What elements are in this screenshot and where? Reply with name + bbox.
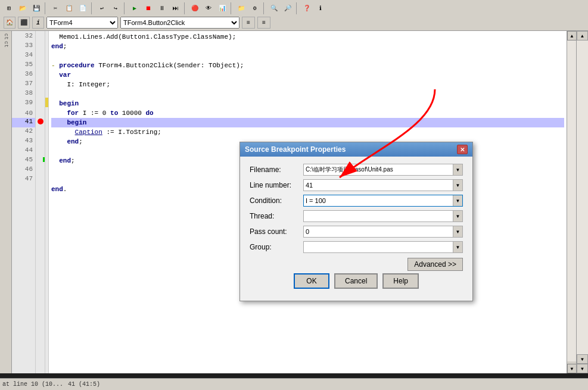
- tb-cut[interactable]: ✂: [49, 2, 62, 14]
- linenumber-input[interactable]: [304, 181, 453, 189]
- tb-undo[interactable]: ↩: [95, 2, 108, 14]
- ln-34: 34: [12, 51, 35, 61]
- tb-replace[interactable]: 🔎: [281, 2, 294, 14]
- group-dropdown-arrow[interactable]: ▼: [453, 242, 462, 252]
- filename-field: ▼: [303, 164, 463, 176]
- linenumber-field: ▼: [303, 179, 463, 191]
- bp-45: [36, 155, 45, 164]
- method-selector[interactable]: TForm4.Button2Click: [120, 17, 239, 29]
- sep6: [263, 2, 266, 14]
- tb-watch[interactable]: 👁: [202, 2, 215, 14]
- thread-input[interactable]: [304, 212, 453, 220]
- tb-stop[interactable]: ⏹: [142, 2, 155, 14]
- passcount-label: Pass count:: [250, 227, 303, 236]
- bp-42: [36, 126, 45, 136]
- bp-38: [36, 88, 45, 98]
- ind-41: [45, 117, 48, 126]
- bp-44: [36, 145, 45, 155]
- tb-options[interactable]: ⚙: [248, 2, 262, 14]
- dialog-close-button[interactable]: ✕: [457, 145, 468, 154]
- scroll-right: ▲ ▼: [567, 31, 576, 373]
- thread-field: ▼: [303, 210, 463, 222]
- tb-pause[interactable]: ⏸: [155, 2, 169, 14]
- ln-44: 44: [12, 146, 35, 156]
- sep4: [184, 2, 186, 14]
- status-line-info: at line 10 (10...: [2, 381, 63, 388]
- help-button[interactable]: Help: [382, 273, 419, 289]
- ind-46: [45, 164, 48, 174]
- passcount-input[interactable]: [304, 227, 453, 236]
- toolbar-selectors-row: 🏠 ⬛ i TForm4 TForm4.Button2Click ≡ ≡: [2, 15, 586, 30]
- group-input[interactable]: [304, 243, 453, 251]
- scroll-track[interactable]: [567, 40, 576, 361]
- rp-track[interactable]: [577, 40, 588, 354]
- ln-37: 37: [12, 80, 35, 89]
- filename-input[interactable]: [304, 166, 453, 174]
- ln-47: 47: [12, 175, 35, 185]
- tb-info[interactable]: ℹ: [314, 2, 327, 14]
- condition-input[interactable]: [304, 196, 453, 205]
- ind-40: [45, 107, 48, 117]
- tb-new[interactable]: ⊞: [2, 2, 15, 14]
- ok-button[interactable]: OK: [294, 273, 329, 289]
- tb-search[interactable]: 🔍: [267, 2, 281, 14]
- tb-bp[interactable]: 🔴: [188, 2, 201, 14]
- tb-step[interactable]: ⏭: [169, 2, 182, 14]
- list-btn1[interactable]: ≡: [242, 17, 255, 29]
- statusbar: at line 10 (10... 41 (41:5): [0, 378, 588, 390]
- sep5: [231, 2, 233, 14]
- toolbar-row1: ⊞ 📂 💾 ✂ 📋 📄 ↩ ↪ ▶ ⏹ ⏸ ⏭ 🔴 👁 📊 📁 ⚙ 🔍 🔎 ❓ …: [0, 0, 588, 31]
- condition-row: Condition: ▼: [250, 195, 463, 207]
- tb-save[interactable]: 💾: [30, 2, 43, 14]
- ind-43: [45, 136, 48, 145]
- passcount-dropdown-arrow[interactable]: ▼: [453, 226, 462, 237]
- bp-33: [36, 40, 45, 50]
- filename-dropdown-arrow[interactable]: ▼: [453, 164, 462, 175]
- ln-38: 38: [12, 89, 35, 99]
- form-selector[interactable]: TForm4: [46, 17, 118, 29]
- tb-copy[interactable]: 📋: [63, 2, 76, 14]
- ind-34: [45, 50, 48, 60]
- tb-open[interactable]: 📂: [16, 2, 29, 14]
- scroll-down-btn[interactable]: ▼: [567, 364, 576, 373]
- ind-38: [45, 88, 48, 98]
- sep2: [91, 2, 94, 14]
- ind-45: [45, 155, 48, 164]
- rp-up[interactable]: ▲: [577, 31, 588, 40]
- status-position: 41 (41:5): [68, 381, 100, 388]
- condition-dropdown-arrow[interactable]: ▼: [453, 195, 462, 206]
- code-line-38: [51, 89, 564, 99]
- condition-field: ▼: [303, 195, 463, 207]
- advanced-button[interactable]: Advanced >>: [407, 258, 463, 271]
- ind-44: [45, 145, 48, 155]
- condition-label: Condition:: [250, 196, 303, 205]
- tb-redo[interactable]: ↪: [109, 2, 122, 14]
- thread-label: Thread:: [250, 212, 303, 220]
- bp-47: [36, 174, 45, 183]
- tb-eval[interactable]: 📊: [216, 2, 229, 14]
- cancel-button[interactable]: Cancel: [334, 273, 378, 289]
- bp-36: [36, 69, 45, 79]
- list-btn2[interactable]: ≡: [257, 17, 270, 29]
- tb-paste[interactable]: 📄: [76, 2, 89, 14]
- ok-cancel-row: OK Cancel Help: [250, 273, 463, 294]
- sidebar-label-ct: ct: [3, 33, 9, 40]
- code-line-39: begin: [51, 99, 564, 108]
- code-line-37: I: Integer;: [51, 80, 564, 89]
- thread-dropdown-arrow[interactable]: ▼: [453, 211, 462, 221]
- sep7: [296, 2, 298, 14]
- rp-extra[interactable]: ▼: [577, 364, 588, 373]
- rp-down[interactable]: ▼: [577, 354, 588, 364]
- bp-37: [36, 79, 45, 88]
- group-field: ▼: [303, 241, 463, 253]
- line-numbers: 32 33 34 35 36 37 38 39 40 41 42 43 44 4…: [12, 31, 36, 373]
- scroll-up-btn[interactable]: ▲: [567, 31, 576, 40]
- tb-run[interactable]: ▶: [128, 2, 141, 14]
- tb-project[interactable]: 📁: [235, 2, 248, 14]
- linenumber-label: Line number:: [250, 181, 303, 189]
- filename-label: Filename:: [250, 166, 303, 174]
- linenumber-dropdown-arrow[interactable]: ▼: [453, 180, 462, 191]
- code-line-33: end;: [51, 42, 564, 51]
- tb-help[interactable]: ❓: [300, 2, 313, 14]
- ind-37: [45, 79, 48, 88]
